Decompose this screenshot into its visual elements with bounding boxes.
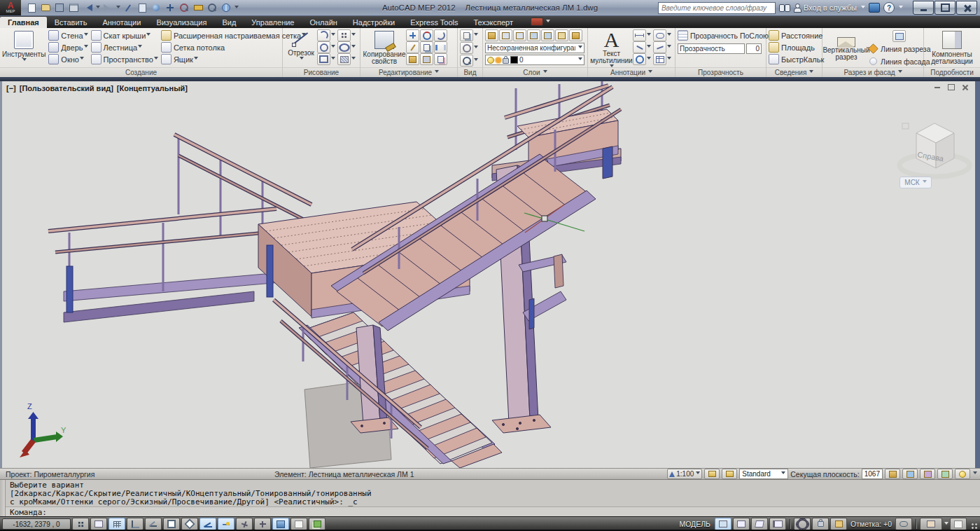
snap-toggle[interactable] [72,518,89,530]
transparency-toggle[interactable] [290,518,307,530]
wipeout-button[interactable] [633,53,646,65]
help-button[interactable]: ? [883,2,895,13]
detail-components-big-button[interactable]: Компоненты детализации [926,29,978,67]
search-input[interactable] [658,2,776,14]
layer-state-button[interactable] [555,29,568,41]
tools-big-button[interactable]: Инструменты [2,29,46,67]
lineweight-toggle[interactable] [272,518,289,530]
object-snap-3d-toggle[interactable] [181,518,198,530]
quick-properties-toggle[interactable] [309,518,326,530]
command-input[interactable]: Команда: [6,506,980,516]
application-menu-button[interactable]: A MEP [0,0,21,15]
layer-config-dropdown[interactable]: Несохраненная конфигурация сл [485,43,584,53]
tab-annotacii[interactable]: Аннотации [94,17,148,28]
tab-upravlenie[interactable]: Управление [244,17,302,28]
tab-onlain[interactable]: Онлайн [302,17,344,28]
grid-display-toggle[interactable] [90,518,107,530]
panel-title-details[interactable]: Подробности [924,67,980,77]
search-icon[interactable] [779,4,790,12]
tab-express-tools[interactable]: Express Tools [402,17,465,28]
panel-title-layers[interactable]: Слои [483,67,587,77]
vertical-section-big-button[interactable]: Вертикальный разрез [825,29,868,67]
viewport-menu-button[interactable]: [−] [6,84,16,92]
measure-button[interactable] [192,2,204,13]
zoom-button[interactable] [460,55,473,67]
navigate-button[interactable] [460,42,473,54]
clean-screen-button[interactable] [950,518,967,530]
save-button[interactable] [53,2,66,13]
erase-button[interactable] [406,41,419,53]
layer-dropdown[interactable]: 0 [485,55,584,65]
layer-walk-button[interactable] [569,29,582,41]
status-overflow-button[interactable] [920,518,942,530]
line-big-button[interactable]: Отрезок [285,29,317,67]
customize-qat-dropdown[interactable] [234,6,239,11]
panel-title-draw[interactable]: Рисование [283,67,360,77]
grid-toggle[interactable] [108,518,125,530]
mirror-button[interactable] [434,41,447,53]
tab-vid[interactable]: Вид [214,17,244,28]
status-dropdown[interactable] [944,522,948,527]
move-button[interactable] [406,29,419,41]
tray-button[interactable] [830,518,847,530]
mark-button[interactable] [653,41,666,53]
workspace-lock-button[interactable] [812,518,829,530]
elevation-line-button[interactable]: Линия фасада [868,55,931,67]
sheet-book-button[interactable] [769,518,786,530]
communication-center-button[interactable] [220,2,232,13]
layer-on-icon[interactable] [487,57,494,64]
match-properties-big-button[interactable]: Копирование свойств [363,29,406,67]
undo-dropdown[interactable] [96,6,100,11]
panel-title-annotation[interactable]: Аннотации [588,67,675,77]
object-snap-toggle[interactable] [163,518,180,530]
snap-tracking-toggle[interactable] [218,518,234,530]
ortho-toggle[interactable] [127,518,144,530]
ellipse-button[interactable] [337,41,351,53]
views-button[interactable] [460,29,473,41]
ribbon-display-toggle[interactable] [531,18,550,26]
checklist-button[interactable] [136,2,148,13]
pan-button[interactable] [164,2,176,13]
command-window-grip[interactable] [0,480,6,517]
hatch-button[interactable] [337,53,351,65]
display-config-dropdown[interactable]: Standard [739,469,788,479]
tab-nadstroiki[interactable]: Надстройки [345,17,402,28]
ucs-context-button[interactable]: МСК [899,177,932,188]
fillet-button[interactable] [434,29,447,41]
layer-isolate-button[interactable] [499,29,512,41]
drawing-area[interactable]: [−] [Пользовательский вид] [Концептуальн… [0,81,980,468]
dynamic-ucs-toggle[interactable] [236,518,253,530]
resize-grip[interactable] [971,523,978,530]
redo-dropdown[interactable] [116,6,120,11]
panel-title-view[interactable]: Вид [458,67,482,77]
circle-button[interactable] [317,41,330,53]
drawing-close-button[interactable] [960,83,969,91]
dynamic-input-toggle[interactable] [254,518,271,530]
viewport-style-button[interactable]: [Концептуальный] [117,84,188,92]
mtext-big-button[interactable]: А Текст мультилинии [590,29,633,67]
transparency-bylayer-button[interactable]: Прозрачность ПоСлою [678,29,764,41]
annotation-autoscale-button[interactable] [722,469,737,479]
panel-title-modify[interactable]: Редактирование [360,67,457,77]
layer-lock-icon[interactable] [503,58,509,64]
area-button[interactable]: Площадь [769,41,820,53]
orbit-button[interactable] [150,2,162,13]
window-button[interactable]: Окно [48,53,88,65]
panel-title-section[interactable]: Разрез и фасад [822,67,923,77]
annotation-monitor-button[interactable] [895,518,912,530]
isometric-angle-toggle[interactable] [200,518,216,530]
annotation-scale-button[interactable]: 1:100 [667,469,702,479]
panel-title-transparency[interactable]: Прозрачность [676,67,766,77]
layer-unisolate-button[interactable] [513,29,526,41]
stair-button[interactable]: Лестница [91,41,158,53]
annotation-visibility-button[interactable] [704,469,720,479]
section-line-button[interactable]: Линия разреза [868,43,931,55]
signin-button[interactable]: Вход в службы [804,4,857,12]
panel-title-create[interactable]: Создание [0,67,282,77]
copy-button[interactable] [420,41,433,53]
layout2-button[interactable] [751,518,768,530]
drawing-restore-button[interactable] [946,83,955,91]
roof-slab-button[interactable]: Скат крыши [91,29,158,41]
scale-button[interactable] [420,53,433,65]
layout-button[interactable] [733,518,750,530]
